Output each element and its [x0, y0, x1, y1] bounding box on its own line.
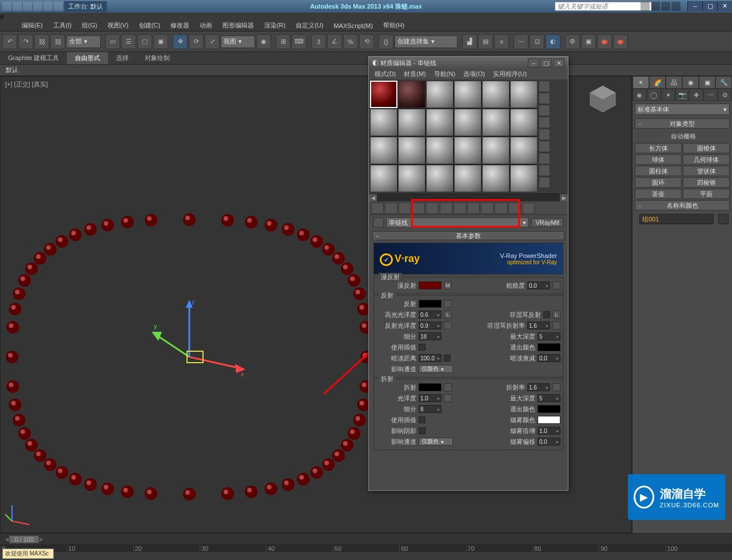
geometry-icon[interactable]: ◉ — [632, 89, 647, 101]
material-slot-16[interactable] — [454, 137, 482, 164]
subscription-icon[interactable] — [640, 2, 650, 11]
make-preview-button[interactable] — [539, 141, 550, 152]
redo-button[interactable]: ↷ — [18, 34, 33, 49]
close-button[interactable]: ✕ — [717, 1, 732, 11]
show-result-button[interactable] — [495, 202, 507, 214]
pyramid-button[interactable]: 四棱锥 — [683, 177, 730, 188]
sphere-button[interactable]: 球体 — [635, 154, 682, 165]
track-bar[interactable]: 0102030405060708090100 — [0, 545, 732, 560]
schematic-button[interactable]: ⊡ — [530, 34, 544, 49]
backlight-button[interactable] — [539, 93, 550, 104]
hierarchy-tab[interactable]: 品 — [666, 76, 682, 89]
material-slot-2[interactable] — [398, 81, 425, 108]
snap-toggle-button[interactable]: 3 — [311, 34, 326, 49]
unlink-button[interactable]: ⛓ — [50, 34, 65, 49]
affect-shadow-checkbox[interactable] — [419, 427, 425, 434]
transform-gizmo[interactable]: zyx — [149, 294, 252, 386]
mat-menu-navigation[interactable]: 导航(N) — [431, 69, 459, 80]
material-slot-8[interactable] — [398, 109, 425, 136]
refr-maxdepth-spinner[interactable]: 5 — [538, 394, 560, 402]
select-name-button[interactable]: ☰ — [121, 34, 136, 49]
reflect-color-swatch[interactable] — [419, 300, 441, 308]
curve-editor-button[interactable]: 〰 — [514, 34, 528, 49]
material-slot-11[interactable] — [482, 109, 510, 136]
undo-button[interactable]: ↶ — [2, 34, 17, 49]
options-button[interactable] — [539, 153, 550, 164]
fresnel-checkbox[interactable] — [543, 311, 550, 318]
diffuse-map-button[interactable]: M — [444, 281, 452, 289]
align-button[interactable]: ▤ — [478, 34, 493, 49]
material-slot-6[interactable] — [510, 81, 538, 108]
help-search-input[interactable] — [555, 2, 652, 11]
undo-icon[interactable] — [33, 2, 42, 11]
menu-help[interactable]: 帮助(H) — [379, 20, 409, 31]
systems-icon[interactable]: ⚙ — [718, 89, 732, 101]
refr-interp-checkbox[interactable] — [419, 416, 425, 423]
material-id-button[interactable] — [467, 202, 480, 214]
mat-map-nav-button[interactable] — [539, 177, 550, 188]
rollout-basic-params[interactable]: 基本参数 — [372, 231, 564, 240]
menu-grapheditors[interactable]: 图形编辑器 — [218, 20, 258, 31]
spinner-snap-button[interactable]: ⟲ — [359, 34, 374, 49]
diffuse-color-swatch[interactable] — [419, 281, 441, 289]
refl-affect-combo[interactable]: 仅颜色 — [419, 365, 453, 373]
material-slot-22[interactable] — [454, 165, 482, 192]
material-slot-7[interactable] — [370, 109, 397, 136]
percent-snap-button[interactable]: % — [343, 34, 358, 49]
material-type-button[interactable]: VRayMtl — [531, 218, 563, 227]
mat-menu-material[interactable]: 材质(M) — [400, 69, 429, 80]
put-library-button[interactable] — [453, 202, 466, 214]
reflect-map-button[interactable] — [444, 300, 452, 308]
angle-snap-button[interactable]: ∠ — [327, 34, 342, 49]
select-rotate-button[interactable]: ⟳ — [189, 34, 204, 49]
menu-group[interactable]: 组(G) — [77, 20, 102, 31]
render-frame-button[interactable]: ▣ — [581, 34, 596, 49]
put-to-scene-button[interactable] — [385, 202, 397, 214]
time-thumb[interactable]: 0 / 100 — [9, 535, 39, 543]
menu-view[interactable]: 视图(V) — [103, 20, 133, 31]
selection-filter[interactable]: 全部 — [66, 35, 101, 48]
show-map-button[interactable] — [481, 202, 494, 214]
render-prod-button[interactable]: 🫖 — [613, 34, 628, 49]
menu-tools[interactable]: 工具(I) — [49, 20, 76, 31]
video-check-button[interactable] — [539, 129, 550, 140]
sample-type-button[interactable] — [539, 81, 550, 92]
material-slot-19[interactable] — [370, 165, 397, 192]
go-sibling-button[interactable] — [522, 202, 535, 214]
select-scale-button[interactable]: ⤢ — [205, 34, 220, 49]
select-move-button[interactable]: ✥ — [173, 34, 188, 49]
material-slot-20[interactable] — [398, 165, 425, 192]
viewcube[interactable] — [586, 81, 620, 116]
time-slider[interactable]: <0 / 100> — [0, 533, 732, 545]
utilities-tab[interactable]: 🔧 — [715, 76, 732, 89]
rollout-object-type[interactable]: 对象类型 — [635, 118, 730, 129]
fresnel-ior-spinner[interactable]: 1.6 — [527, 321, 550, 329]
geosphere-button[interactable]: 几何球体 — [683, 154, 730, 165]
tube-button[interactable]: 管状体 — [683, 166, 730, 176]
material-slot-18[interactable] — [510, 137, 538, 164]
fog-bias-spinner[interactable]: 0.0 — [538, 438, 560, 446]
material-slot-3[interactable] — [426, 81, 453, 108]
hilight-gloss-spinner[interactable]: 0.6 — [419, 311, 441, 319]
exchange-icon[interactable] — [651, 2, 660, 11]
mat-minimize-button[interactable]: – — [528, 58, 539, 67]
display-tab[interactable]: ▣ — [699, 76, 715, 89]
object-name-field[interactable]: 组001 — [639, 214, 714, 224]
material-slot-13[interactable] — [370, 137, 397, 164]
menu-customize[interactable]: 自定义(U) — [291, 20, 328, 31]
fog-color-swatch[interactable] — [538, 416, 560, 424]
helpers-icon[interactable]: ✚ — [689, 89, 703, 101]
refr-exit-swatch[interactable] — [538, 405, 560, 413]
dim-distance-spinner[interactable]: 100.0 — [419, 354, 441, 362]
torus-button[interactable]: 圆环 — [635, 177, 682, 188]
favorite-icon[interactable] — [661, 2, 670, 11]
maximize-button[interactable]: ▢ — [702, 1, 717, 11]
teapot-button[interactable]: 茶壶 — [635, 189, 682, 199]
redo-icon[interactable] — [43, 2, 53, 11]
dim-checkbox[interactable] — [444, 355, 451, 362]
refract-color-swatch[interactable] — [419, 383, 441, 391]
material-slot-15[interactable] — [426, 137, 453, 164]
select-by-mat-button[interactable] — [539, 165, 550, 176]
refr-affect-combo[interactable]: 仅颜色 — [419, 438, 453, 446]
mat-close-button[interactable]: ✕ — [553, 58, 564, 67]
